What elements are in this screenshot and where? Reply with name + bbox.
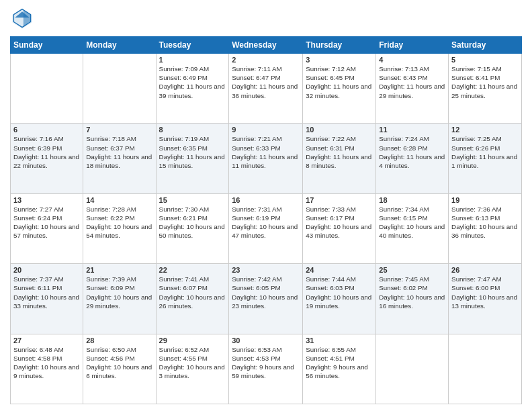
calendar-cell: 28Sunrise: 6:50 AM Sunset: 4:56 PM Dayli…	[83, 334, 156, 404]
day-number: 6	[13, 126, 80, 134]
day-info: Sunrise: 7:16 AM Sunset: 6:39 PM Dayligh…	[13, 134, 80, 170]
day-number: 28	[86, 336, 152, 345]
calendar: SundayMondayTuesdayWednesdayThursdayFrid…	[10, 36, 522, 404]
day-number: 1	[159, 56, 226, 64]
day-info: Sunrise: 7:18 AM Sunset: 6:37 PM Dayligh…	[86, 134, 152, 170]
day-number: 19	[451, 196, 519, 204]
calendar-cell: 7Sunrise: 7:18 AM Sunset: 6:37 PM Daylig…	[83, 124, 156, 193]
day-info: Sunrise: 6:53 AM Sunset: 4:53 PM Dayligh…	[232, 345, 300, 381]
day-info: Sunrise: 7:36 AM Sunset: 6:13 PM Dayligh…	[451, 205, 519, 240]
col-header-monday: Monday	[83, 37, 156, 54]
calendar-cell: 30Sunrise: 6:53 AM Sunset: 4:53 PM Dayli…	[229, 334, 303, 404]
day-info: Sunrise: 7:27 AM Sunset: 6:24 PM Dayligh…	[13, 205, 80, 240]
day-info: Sunrise: 6:52 AM Sunset: 4:55 PM Dayligh…	[159, 345, 226, 381]
day-number: 3	[306, 56, 373, 64]
day-info: Sunrise: 7:25 AM Sunset: 6:26 PM Dayligh…	[451, 134, 519, 170]
calendar-cell	[376, 334, 449, 404]
day-number: 26	[451, 266, 519, 274]
week-row-0: 1Sunrise: 7:09 AM Sunset: 6:49 PM Daylig…	[11, 54, 522, 124]
col-header-sunday: Sunday	[11, 37, 83, 54]
calendar-cell: 13Sunrise: 7:27 AM Sunset: 6:24 PM Dayli…	[11, 193, 83, 263]
day-info: Sunrise: 6:48 AM Sunset: 4:58 PM Dayligh…	[13, 345, 80, 381]
header	[10, 7, 522, 31]
col-header-saturday: Saturday	[449, 37, 522, 54]
calendar-cell	[83, 54, 156, 124]
calendar-cell: 14Sunrise: 7:28 AM Sunset: 6:22 PM Dayli…	[83, 193, 156, 263]
calendar-cell: 26Sunrise: 7:47 AM Sunset: 6:00 PM Dayli…	[449, 264, 522, 334]
day-info: Sunrise: 7:22 AM Sunset: 6:31 PM Dayligh…	[306, 134, 373, 170]
day-info: Sunrise: 7:45 AM Sunset: 6:02 PM Dayligh…	[379, 275, 445, 310]
calendar-cell	[11, 54, 83, 124]
day-info: Sunrise: 7:41 AM Sunset: 6:07 PM Dayligh…	[159, 275, 226, 310]
day-info: Sunrise: 7:13 AM Sunset: 6:43 PM Dayligh…	[379, 64, 445, 100]
day-info: Sunrise: 7:42 AM Sunset: 6:05 PM Dayligh…	[232, 275, 300, 310]
calendar-cell: 10Sunrise: 7:22 AM Sunset: 6:31 PM Dayli…	[303, 124, 376, 193]
col-header-friday: Friday	[376, 37, 449, 54]
logo-icon	[10, 7, 34, 31]
calendar-cell: 18Sunrise: 7:34 AM Sunset: 6:15 PM Dayli…	[376, 193, 449, 263]
calendar-cell: 20Sunrise: 7:37 AM Sunset: 6:11 PM Dayli…	[11, 264, 83, 334]
calendar-cell: 31Sunrise: 6:55 AM Sunset: 4:51 PM Dayli…	[303, 334, 376, 404]
calendar-cell: 11Sunrise: 7:24 AM Sunset: 6:28 PM Dayli…	[376, 124, 449, 193]
calendar-cell: 8Sunrise: 7:19 AM Sunset: 6:35 PM Daylig…	[156, 124, 229, 193]
col-header-wednesday: Wednesday	[229, 37, 303, 54]
day-number: 14	[86, 196, 152, 204]
day-info: Sunrise: 7:21 AM Sunset: 6:33 PM Dayligh…	[232, 134, 300, 170]
day-number: 9	[232, 126, 300, 134]
calendar-cell: 19Sunrise: 7:36 AM Sunset: 6:13 PM Dayli…	[449, 193, 522, 263]
day-info: Sunrise: 7:33 AM Sunset: 6:17 PM Dayligh…	[306, 205, 373, 240]
week-row-4: 27Sunrise: 6:48 AM Sunset: 4:58 PM Dayli…	[11, 334, 522, 404]
day-number: 15	[159, 196, 226, 204]
day-info: Sunrise: 7:15 AM Sunset: 6:41 PM Dayligh…	[451, 64, 519, 100]
day-info: Sunrise: 7:31 AM Sunset: 6:19 PM Dayligh…	[232, 205, 300, 240]
logo	[10, 7, 37, 31]
col-header-thursday: Thursday	[303, 37, 376, 54]
day-number: 7	[86, 126, 152, 134]
day-number: 8	[159, 126, 226, 134]
calendar-header-row: SundayMondayTuesdayWednesdayThursdayFrid…	[11, 37, 522, 54]
day-number: 11	[379, 126, 445, 134]
day-number: 5	[451, 56, 519, 64]
day-info: Sunrise: 7:47 AM Sunset: 6:00 PM Dayligh…	[451, 275, 519, 310]
calendar-cell: 16Sunrise: 7:31 AM Sunset: 6:19 PM Dayli…	[229, 193, 303, 263]
calendar-cell	[449, 334, 522, 404]
day-number: 20	[13, 266, 80, 274]
col-header-tuesday: Tuesday	[156, 37, 229, 54]
day-info: Sunrise: 7:09 AM Sunset: 6:49 PM Dayligh…	[159, 64, 226, 100]
day-number: 27	[13, 336, 80, 345]
day-number: 31	[306, 336, 373, 345]
day-number: 18	[379, 196, 445, 204]
week-row-2: 13Sunrise: 7:27 AM Sunset: 6:24 PM Dayli…	[11, 193, 522, 263]
day-number: 16	[232, 196, 300, 204]
day-number: 21	[86, 266, 152, 274]
day-info: Sunrise: 7:19 AM Sunset: 6:35 PM Dayligh…	[159, 134, 226, 170]
week-row-1: 6Sunrise: 7:16 AM Sunset: 6:39 PM Daylig…	[11, 124, 522, 193]
day-number: 22	[159, 266, 226, 274]
calendar-cell: 23Sunrise: 7:42 AM Sunset: 6:05 PM Dayli…	[229, 264, 303, 334]
calendar-cell: 29Sunrise: 6:52 AM Sunset: 4:55 PM Dayli…	[156, 334, 229, 404]
day-number: 23	[232, 266, 300, 274]
calendar-cell: 9Sunrise: 7:21 AM Sunset: 6:33 PM Daylig…	[229, 124, 303, 193]
calendar-cell: 21Sunrise: 7:39 AM Sunset: 6:09 PM Dayli…	[83, 264, 156, 334]
day-number: 29	[159, 336, 226, 345]
day-info: Sunrise: 7:34 AM Sunset: 6:15 PM Dayligh…	[379, 205, 445, 240]
day-info: Sunrise: 7:12 AM Sunset: 6:45 PM Dayligh…	[306, 64, 373, 100]
calendar-cell: 5Sunrise: 7:15 AM Sunset: 6:41 PM Daylig…	[449, 54, 522, 124]
day-info: Sunrise: 7:39 AM Sunset: 6:09 PM Dayligh…	[86, 275, 152, 310]
day-number: 24	[306, 266, 373, 274]
calendar-cell: 1Sunrise: 7:09 AM Sunset: 6:49 PM Daylig…	[156, 54, 229, 124]
calendar-cell: 27Sunrise: 6:48 AM Sunset: 4:58 PM Dayli…	[11, 334, 83, 404]
day-info: Sunrise: 6:55 AM Sunset: 4:51 PM Dayligh…	[306, 345, 373, 381]
day-info: Sunrise: 6:50 AM Sunset: 4:56 PM Dayligh…	[86, 345, 152, 381]
calendar-cell: 22Sunrise: 7:41 AM Sunset: 6:07 PM Dayli…	[156, 264, 229, 334]
calendar-cell: 15Sunrise: 7:30 AM Sunset: 6:21 PM Dayli…	[156, 193, 229, 263]
day-number: 13	[13, 196, 80, 204]
day-number: 17	[306, 196, 373, 204]
day-number: 2	[232, 56, 300, 64]
day-info: Sunrise: 7:44 AM Sunset: 6:03 PM Dayligh…	[306, 275, 373, 310]
day-number: 12	[451, 126, 519, 134]
calendar-cell: 3Sunrise: 7:12 AM Sunset: 6:45 PM Daylig…	[303, 54, 376, 124]
calendar-cell: 4Sunrise: 7:13 AM Sunset: 6:43 PM Daylig…	[376, 54, 449, 124]
day-info: Sunrise: 7:37 AM Sunset: 6:11 PM Dayligh…	[13, 275, 80, 310]
day-number: 4	[379, 56, 445, 64]
